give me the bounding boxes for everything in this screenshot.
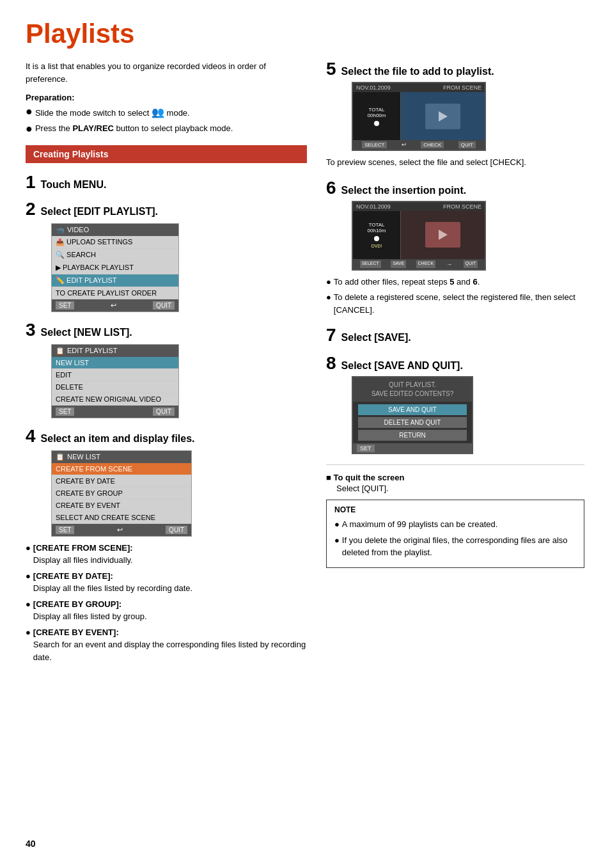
step-4-label: Select an item and display files. [41,433,195,445]
menu-item-delete: DELETE [52,381,178,393]
step-4-menu-title-text: NEW LIST [67,453,100,461]
btn-quit-5: QUIT [458,141,476,148]
quit-section: ■ To quit the screen Select [QUIT]. [326,473,584,493]
bullet-dot-n2: ● [334,534,340,559]
step-4-menu-footer: SET ↩ QUIT [52,524,191,536]
sub-bullet-from-scene: ● [CREATE FROM SCENE]:Display all files … [26,542,307,567]
step-2-menu: 📹 VIDEO 📤 UPLOAD SETTINGS 🔍 SEARCH ▶ PLA… [51,223,179,312]
section-header: Creating Playlists [26,145,307,163]
save-dialog: QUIT PLAYLIST.SAVE EDITED CONTENTS? SAVE… [352,376,473,454]
btn-save-and-quit: SAVE AND QUIT [358,404,467,415]
save-dialog-title: QUIT PLAYLIST.SAVE EDITED CONTENTS? [353,377,472,402]
step-5: 5 Select the file to add to playlist. NO… [326,60,584,169]
step-3-menu-footer: SET QUIT [52,406,178,418]
btn-save-6: SAVE [391,260,406,268]
scr6-preview [401,211,485,259]
prep-title: Preparation: [26,93,307,102]
footer-set: SET [56,301,74,310]
bullet-dot-6-1: ● [326,276,331,288]
step-6-label: Select the insertion point. [341,185,467,196]
step-5-screenshot: NOV.01.2009 FROM SCENE TOTAL 00h00m [352,82,486,151]
step-3-menu-title: 📋 EDIT PLAYLIST [52,345,178,357]
note-bullet-1-text: A maximum of 99 playlists can be created… [342,518,498,531]
scr5-body: TOTAL 00h00m [353,92,485,140]
left-column: It is a list that enables you to organiz… [26,60,307,672]
bullet-dot-n1: ● [334,518,340,531]
step-2: 2 Select [EDIT PLAYLIST]. 📹 VIDEO 📤 UPLO… [26,200,307,312]
step-6-bullet-2: ● To delete a registered scene, select t… [326,291,584,316]
step-7-num: 7 [326,326,336,344]
scr5-play-icon [439,111,448,122]
note-bullet-2-text: If you delete the original files, the co… [342,534,576,559]
page-title: Playlists [26,19,584,49]
step-4-menu: 📋 NEW LIST CREATE FROM SCENE CREATE BY D… [51,450,192,537]
btn-back-5: ↩ [402,141,407,148]
step-2-num: 2 [26,200,36,218]
sub-bullet-by-group-text: [CREATE BY GROUP]:Display all files list… [33,598,147,623]
scr6-play-icon [439,230,448,240]
step-3-menu: 📋 EDIT PLAYLIST NEW LIST EDIT DELETE CRE… [51,344,179,418]
note-title: NOTE [334,505,576,514]
scr6-body: TOTAL 00h10m DVD! [353,211,485,259]
footer-quit-4: QUIT [166,526,187,534]
menu-item-by-group: CREATE BY GROUP [52,487,191,500]
step-2-menu-title-text: VIDEO [67,226,89,233]
scr5-header: NOV.01.2009 FROM SCENE [353,83,485,92]
scr5-date: NOV.01.2009 [356,84,391,91]
dialog-footer-set: SET [357,445,375,452]
menu-item-search: 🔍 SEARCH [52,249,178,262]
save-dialog-footer: SET [353,443,472,453]
right-column: 5 Select the file to add to playlist. NO… [326,60,584,672]
bullet-dot-bg: ● [26,598,31,623]
btn-check-5: CHECK [421,141,444,148]
scr6-date: NOV.01.2009 [356,203,391,210]
footer-back-icon: ↩ [111,301,116,310]
btn-quit-6: QUIT [464,260,478,268]
step-8-num: 8 [326,354,336,372]
sub-bullet-by-date-text: [CREATE BY DATE]:Display all the files l… [33,570,192,595]
btn-select-5: SELECT [362,141,387,148]
btn-select-6: SELECT [360,260,381,268]
sub-bullet-by-event-text: [CREATE BY EVENT]:Search for an event an… [33,626,307,664]
step-3-num: 3 [26,321,36,339]
prep-bullet-1: ● Slide the mode switch to select 👥 mode… [26,105,307,120]
scr6-indicator [374,236,379,241]
scr6-source: FROM SCENE [443,203,481,210]
prep-bullet-1-text: Slide the mode switch to select 👥 mode. [35,105,190,120]
btn-return: RETURN [358,430,467,441]
scr6-info: TOTAL 00h10m DVD! [353,211,401,259]
step-5-num: 5 [326,60,336,78]
menu-item-edit: EDIT [52,369,178,381]
step-6-bullet-2-text: To delete a registered scene, select the… [334,291,584,316]
step-1-label: Touch MENU. [41,179,107,191]
bullet-dot-fs: ● [26,542,31,567]
prep-bullet-2: ● Press the PLAY/REC button to select pl… [26,122,307,135]
footer-set-3: SET [56,407,74,416]
footer-quit-3: QUIT [153,407,175,416]
note-bullet-1: ● A maximum of 99 playlists can be creat… [334,518,576,531]
scr6-total-time: 00h10m [368,228,386,233]
menu-item-create-order: TO CREATE PLAYLIST ORDER [52,287,178,299]
step-7-label: Select [SAVE]. [341,332,411,343]
step-4-num: 4 [26,427,36,445]
quit-icon: ■ [326,473,331,482]
note-bullet-2: ● If you delete the original files, the … [334,534,576,559]
video-icon: 📹 [56,226,65,234]
scr6-dvd-label: DVD! [371,244,382,248]
step-6-bullets: ● To add other files, repeat steps 5 and… [326,276,584,317]
scr5-source: FROM SCENE [443,84,481,91]
quit-text: Select [QUIT]. [336,484,584,493]
step-2-menu-title: 📹 VIDEO [52,224,178,236]
save-dialog-buttons: SAVE AND QUIT DELETE AND QUIT RETURN [353,402,472,443]
step-4: 4 Select an item and display files. 📋 NE… [26,427,307,664]
menu-item-by-event: CREATE BY EVENT [52,500,191,512]
step-6-bullet-1-text: To add other files, repeat steps 5 and 6… [334,276,480,288]
step-8: 8 Select [SAVE AND QUIT]. QUIT PLAYLIST.… [326,354,584,454]
step-6-screenshot: NOV.01.2009 FROM SCENE TOTAL 00h10m DVD! [352,201,486,271]
btn-arrow-6: → [445,260,453,268]
scr5-preview [401,92,485,140]
bullet-dot-6-2: ● [326,291,331,316]
scr5-footer: SELECT ↩ CHECK QUIT [353,140,485,150]
scr5-total-time: 00h00m [368,113,386,118]
scr5-thumb [425,104,460,129]
